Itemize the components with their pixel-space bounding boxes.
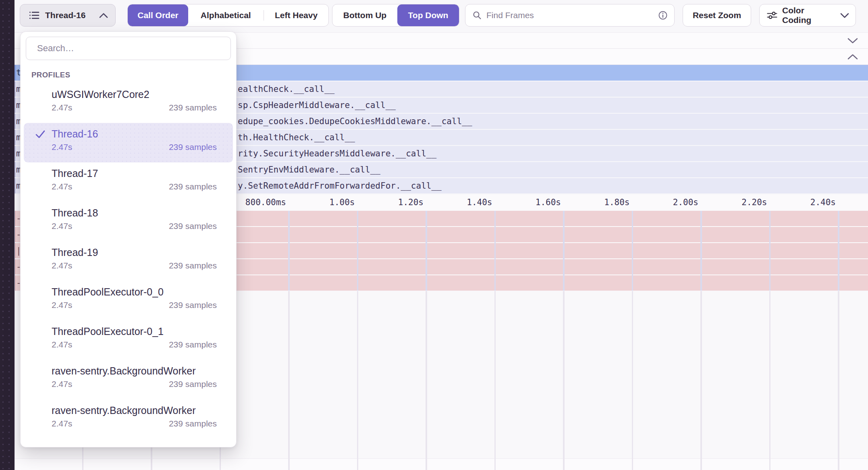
profiles-section-label: PROFILES: [31, 71, 71, 79]
profile-sample-count: 239 samples: [169, 221, 217, 231]
profile-sample-count: 239 samples: [169, 419, 217, 428]
tab-bottom-up[interactable]: Bottom Up: [332, 4, 397, 26]
profile-name: Thread-18: [52, 202, 221, 219]
profile-sample-count: 239 samples: [169, 103, 217, 112]
profile-sample-count: 239 samples: [169, 379, 217, 389]
checkmark-icon: [35, 129, 46, 139]
direction-segmented-control: Bottom Up Top Down: [332, 4, 459, 27]
panel-bottom-divider: [15, 458, 868, 470]
profile-list-item[interactable]: raven-sentry.BackgroundWorker 2.47s 239 …: [24, 399, 233, 439]
time-gridline: [494, 211, 496, 291]
profile-list-item[interactable]: Thread-18 2.47s 239 samples: [24, 202, 233, 241]
time-gridline: [563, 211, 565, 291]
profile-name: raven-sentry.BackgroundWorker: [52, 399, 221, 416]
profile-list-item[interactable]: uWSGIWorker7Core2 2.47s 239 samples: [24, 83, 233, 123]
profile-list-item[interactable]: ThreadPoolExecutor-0_1 2.47s 239 samples: [24, 320, 233, 360]
time-gridline: [15, 211, 15, 291]
color-coding-button[interactable]: Color Coding: [759, 4, 856, 27]
profile-duration: 2.47s: [52, 221, 72, 231]
tab-call-order[interactable]: Call Order: [128, 4, 188, 26]
time-gridline: [838, 211, 839, 291]
frame-function-label: edupe_cookies.DedupeCookiesMiddleware.__…: [238, 114, 472, 129]
axis-tick-label: 1.20s: [398, 195, 426, 210]
axis-tick-label: 800.00ms: [245, 195, 288, 210]
profile-sample-count: 239 samples: [169, 142, 217, 152]
profile-duration: 2.47s: [52, 103, 72, 112]
tab-left-heavy[interactable]: Left Heavy: [264, 4, 328, 26]
axis-tick-label: 2.20s: [741, 195, 769, 210]
profile-name: uWSGIWorker7Core2: [52, 83, 221, 100]
profile-list-item[interactable]: Thread-19 2.47s 239 samples: [24, 241, 233, 281]
time-gridline: [563, 291, 565, 470]
chevron-up-icon: [99, 13, 108, 18]
time-gridline: [288, 291, 290, 470]
axis-tick-label: 1.00s: [329, 195, 357, 210]
profile-list-item[interactable]: Thread-16 2.47s 239 samples: [24, 123, 233, 162]
time-gridline: [632, 211, 633, 291]
color-coding-label: Color Coding: [782, 6, 835, 25]
tab-alphabetical[interactable]: Alphabetical: [188, 4, 264, 26]
frame-function-label: SentryEnvMiddleware.__call__: [238, 162, 380, 177]
profile-sample-count: 239 samples: [169, 340, 217, 349]
find-frames-box: [465, 4, 675, 27]
info-icon[interactable]: [658, 10, 668, 20]
profile-duration: 2.47s: [52, 379, 72, 389]
axis-tick-label: 1.60s: [536, 195, 563, 210]
time-gridline: [769, 211, 771, 291]
time-gridline: [288, 211, 290, 291]
profile-duration: 2.47s: [52, 419, 72, 428]
profile-list-item[interactable]: Thread-17 2.47s 239 samples: [24, 162, 233, 202]
profiles-list: uWSGIWorker7Core2 2.47s 239 samples Thre…: [21, 83, 236, 439]
time-gridline: [426, 291, 427, 470]
profiles-dropdown: PROFILES uWSGIWorker7Core2 2.47s 239 sam…: [20, 31, 237, 447]
profile-name: raven-sentry.BackgroundWorker: [52, 360, 221, 377]
profile-sample-count: 239 samples: [169, 300, 217, 310]
sort-segmented-control: Call Order Alphabetical Left Heavy: [127, 4, 329, 27]
time-gridline: [494, 291, 496, 470]
reset-zoom-label: Reset Zoom: [693, 10, 741, 20]
sliders-icon: [767, 11, 777, 20]
profile-sample-count: 239 samples: [169, 182, 217, 191]
profiles-search-input[interactable]: [26, 37, 231, 60]
profile-name: ThreadPoolExecutor-0_0: [52, 281, 221, 298]
time-gridline: [15, 291, 15, 470]
profile-list-item[interactable]: raven-sentry.BackgroundWorker 2.47s 239 …: [24, 360, 233, 399]
time-gridline: [700, 291, 702, 470]
time-gridline: [838, 291, 839, 470]
profile-duration: 2.47s: [52, 261, 72, 270]
time-gridline: [426, 211, 427, 291]
profile-list-item[interactable]: ThreadPoolExecutor-0_0 2.47s 239 samples: [24, 281, 233, 320]
profile-name: Thread-16: [52, 123, 221, 140]
time-gridline: [769, 291, 771, 470]
profile-duration: 2.47s: [52, 142, 72, 152]
reset-zoom-button[interactable]: Reset Zoom: [683, 4, 751, 27]
thread-selector-button[interactable]: Thread-16: [20, 4, 116, 27]
time-gridline: [632, 291, 633, 470]
profile-name: Thread-19: [52, 241, 221, 258]
list-icon: [29, 10, 39, 20]
search-icon: [473, 11, 482, 20]
find-frames-input[interactable]: [486, 10, 653, 20]
profile-duration: 2.47s: [52, 182, 72, 191]
chevron-down-icon: [840, 13, 849, 18]
profile-name: ThreadPoolExecutor-0_1: [52, 320, 221, 337]
time-gridline: [357, 291, 359, 470]
chevron-up-icon[interactable]: [847, 54, 858, 60]
axis-tick-label: 1.80s: [604, 195, 631, 210]
tab-top-down[interactable]: Top Down: [397, 4, 459, 26]
axis-tick-label: 1.40s: [467, 195, 494, 210]
profile-duration: 2.47s: [52, 340, 72, 349]
chevron-down-icon[interactable]: [847, 37, 858, 44]
frame-function-label: th.HealthCheck.__call__: [238, 130, 355, 145]
frame-function-label: rity.SecurityHeadersMiddleware.__call__: [238, 146, 436, 161]
profile-name: Thread-17: [52, 162, 221, 179]
frame-function-label: sp.CspHeaderMiddleware.__call__: [238, 98, 396, 113]
axis-tick-label: 2.00s: [673, 195, 700, 210]
frame-function-label: ealthCheck.__call__: [238, 81, 334, 97]
time-gridline: [357, 211, 359, 291]
axis-tick-label: 2.40s: [810, 195, 838, 210]
thread-selector-label: Thread-16: [45, 10, 93, 20]
profile-duration: 2.47s: [52, 300, 72, 310]
time-gridline: [700, 211, 702, 291]
toolbar: Thread-16 Call Order Alphabetical Left H…: [15, 0, 868, 32]
